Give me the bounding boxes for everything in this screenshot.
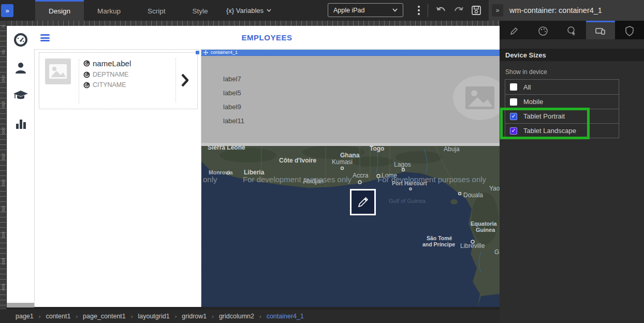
map-watermark: For development purposes only (243, 175, 352, 184)
map-widget[interactable]: Sierra LeoneTogoAbujaGhanaCôte d'IvoireK… (201, 143, 500, 307)
checkbox[interactable]: ✓ (510, 113, 517, 120)
container-labels: label7label5label9label11 (223, 75, 244, 131)
map-label-c-te-d-ivoire: Côte d'Ivoire (279, 157, 317, 164)
inspector-tab-shield[interactable] (615, 21, 644, 39)
map-watermark: only (203, 175, 217, 184)
save-button[interactable] (469, 4, 484, 17)
ruler-number: 200 (1, 127, 6, 134)
employee-list-panel: nameLabelDEPTNAMECITYNAME (34, 50, 201, 307)
device-option-label: Mobile (523, 98, 543, 106)
map-label-libreville: Libreville (460, 242, 485, 249)
ruler-number: 150 (1, 101, 6, 108)
ruler-number: 350 (1, 205, 6, 212)
wavemaker-studio: » DesignMarkupScriptStyle {x} Variables … (0, 0, 644, 323)
bar-chart-icon[interactable] (13, 116, 28, 131)
bind-icon (83, 71, 90, 78)
selected-widget-tag[interactable]: container4_1 (201, 50, 500, 56)
label-widget-label11[interactable]: label11 (223, 117, 244, 124)
page-header: EMPLOYEES (34, 26, 500, 50)
undo-button[interactable] (434, 4, 448, 17)
inspector-title: wm-container: container4_1 (509, 6, 602, 14)
card-field-text: nameLabel (93, 59, 131, 68)
image-placeholder-icon (465, 86, 495, 110)
show-in-device-label: Show in device (505, 68, 547, 76)
breadcrumb-item-layoutgrid1[interactable]: layoutgrid1 (138, 313, 169, 320)
breadcrumb-item-page1[interactable]: page1 (16, 313, 34, 320)
inspector-tab-inspect-pointer[interactable] (558, 21, 587, 39)
employee-list-card[interactable]: nameLabelDEPTNAMECITYNAME (39, 52, 198, 109)
label-widget-label7[interactable]: label7 (223, 75, 244, 82)
breadcrumb-separator: › (212, 313, 214, 319)
shield-icon (623, 25, 636, 37)
map-edit-button[interactable] (350, 189, 376, 215)
card-field-text: DEPTNAME (93, 71, 128, 78)
card-field-namelabel[interactable]: nameLabel (83, 59, 131, 68)
device-option-all[interactable]: All (505, 80, 619, 94)
checkbox[interactable] (510, 98, 517, 106)
google-map: Sierra LeoneTogoAbujaGhanaCôte d'IvoireK… (201, 146, 500, 307)
device-option-tablet-portrait[interactable]: ✓Tablet Portrait (505, 109, 619, 123)
tab-markup[interactable]: Markup (84, 0, 134, 21)
horizontal-ruler (7, 21, 500, 26)
card-field-deptname[interactable]: DEPTNAME (83, 71, 131, 78)
user-icon[interactable] (13, 60, 28, 76)
checkbox[interactable]: ✓ (510, 127, 517, 135)
redo-button[interactable] (451, 4, 466, 17)
breadcrumb-separator: › (175, 313, 177, 319)
breadcrumb-item-page_content1[interactable]: page_content1 (83, 313, 126, 320)
page-title: EMPLOYEES (34, 33, 500, 42)
map-watermark: For development purposes only (377, 175, 487, 184)
map-label-accra: Accra (353, 172, 369, 179)
breadcrumb-item-content1[interactable]: content1 (46, 313, 70, 320)
label-widget-label5[interactable]: label5 (223, 89, 244, 96)
breadcrumb: page1›content1›page_content1›layoutgrid1… (0, 310, 500, 323)
devices-icon (594, 25, 607, 37)
device-sizes-section-title: Device Sizes (500, 49, 644, 61)
breadcrumb-item-gridrow1[interactable]: gridrow1 (182, 313, 207, 320)
inspect-pointer-icon (565, 25, 578, 37)
breadcrumb-separator: › (39, 313, 41, 319)
gauge-icon[interactable] (13, 32, 28, 48)
breadcrumb-separator: › (131, 313, 133, 319)
device-preview-value: Apple iPad (333, 7, 364, 14)
sidebar-bottom-strip (7, 303, 34, 307)
inspector-expand-button[interactable]: » (492, 4, 503, 17)
inspector-tab-palette[interactable] (529, 21, 558, 39)
device-option-label: Tablet Portrait (523, 112, 565, 120)
map-label-douala: Douala (463, 192, 483, 199)
map-label-gulf-of-guinea: Gulf of Guinea (389, 198, 426, 204)
device-option-label: Tablet Landscape (523, 127, 576, 135)
inspector-tab-devices[interactable] (586, 21, 615, 39)
device-preview-select[interactable]: Apple iPad (328, 3, 403, 17)
map-label-ga: Ga (494, 248, 500, 256)
gridcolumn2-region: container4_1 label7label5label9label11 (201, 50, 500, 307)
tab-script[interactable]: Script (134, 0, 179, 21)
breadcrumb-separator: › (76, 313, 78, 319)
container4-1[interactable]: label7label5label9label11 (201, 56, 500, 143)
move-icon (203, 50, 208, 55)
card-field-cityname[interactable]: CITYNAME (83, 81, 131, 89)
bind-icon (83, 60, 90, 67)
kebab-menu-icon[interactable] (415, 5, 422, 16)
device-option-mobile[interactable]: Mobile (505, 94, 619, 109)
map-label-abuja: Abuja (444, 146, 460, 153)
variables-button[interactable]: {x} Variables (226, 0, 271, 21)
sidebar-collapse-button[interactable]: » (1, 4, 13, 17)
label-widget-label9[interactable]: label9 (223, 103, 244, 110)
map-label-lagos: Lagos (394, 161, 411, 168)
map-label-sierra-leone: Sierra Leone (208, 146, 245, 151)
selection-handle[interactable] (196, 51, 199, 54)
chevron-down-icon (267, 9, 271, 12)
tab-design[interactable]: Design (35, 0, 84, 21)
checkbox[interactable] (510, 83, 517, 91)
chevron-right-icon (181, 74, 188, 87)
map-label-equatoria: Equatoria (471, 221, 497, 227)
tab-style[interactable]: Style (179, 0, 222, 21)
inspector-tab-pencil[interactable] (500, 21, 529, 39)
selected-widget-name: container4_1 (211, 50, 238, 55)
breadcrumb-item-container4_1[interactable]: container4_1 (267, 313, 304, 320)
device-option-tablet-landscape[interactable]: ✓Tablet Landscape (505, 123, 619, 138)
breadcrumb-item-gridcolumn2[interactable]: gridcolumn2 (219, 313, 254, 320)
toolbar-divider (428, 4, 428, 17)
graduation-cap-icon[interactable] (13, 88, 28, 104)
